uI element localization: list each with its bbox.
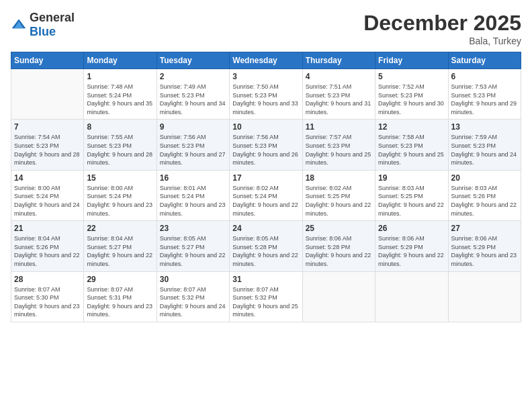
calendar-cell: 1Sunrise: 7:48 AM Sunset: 5:24 PM Daylig…	[84, 69, 157, 120]
cell-sun-info: Sunrise: 8:00 AM Sunset: 5:24 PM Dayligh…	[14, 184, 81, 218]
calendar-cell: 4Sunrise: 7:51 AM Sunset: 5:23 PM Daylig…	[302, 69, 375, 120]
calendar-week-row: 21Sunrise: 8:04 AM Sunset: 5:26 PM Dayli…	[11, 221, 521, 271]
location: Bala, Turkey	[363, 36, 521, 46]
calendar-cell: 2Sunrise: 7:49 AM Sunset: 5:23 PM Daylig…	[157, 69, 229, 120]
day-number: 13	[451, 122, 518, 132]
title-block: December 2025 Bala, Turkey	[363, 11, 521, 46]
calendar-cell: 31Sunrise: 8:07 AM Sunset: 5:32 PM Dayli…	[230, 271, 302, 322]
calendar-cell: 12Sunrise: 7:58 AM Sunset: 5:23 PM Dayli…	[375, 120, 448, 170]
day-number: 15	[87, 173, 153, 183]
cell-sun-info: Sunrise: 7:53 AM Sunset: 5:23 PM Dayligh…	[451, 83, 518, 116]
day-number: 8	[87, 122, 153, 132]
cell-sun-info: Sunrise: 8:04 AM Sunset: 5:26 PM Dayligh…	[14, 234, 81, 268]
day-number: 14	[14, 173, 81, 183]
cell-sun-info: Sunrise: 8:02 AM Sunset: 5:24 PM Dayligh…	[232, 184, 299, 218]
calendar-cell: 20Sunrise: 8:03 AM Sunset: 5:26 PM Dayli…	[448, 170, 521, 220]
day-number: 24	[232, 224, 299, 233]
day-number: 7	[14, 122, 81, 132]
calendar-table: SundayMondayTuesdayWednesdayThursdayFrid…	[11, 52, 521, 322]
day-number: 29	[87, 275, 153, 284]
calendar-header-row: SundayMondayTuesdayWednesdayThursdayFrid…	[11, 52, 521, 69]
day-number: 9	[160, 122, 226, 132]
calendar-cell	[11, 69, 84, 120]
calendar-week-row: 14Sunrise: 8:00 AM Sunset: 5:24 PM Dayli…	[11, 170, 521, 220]
cell-sun-info: Sunrise: 8:07 AM Sunset: 5:31 PM Dayligh…	[87, 285, 153, 319]
calendar-cell: 21Sunrise: 8:04 AM Sunset: 5:26 PM Dayli…	[11, 221, 84, 271]
day-number: 12	[378, 122, 445, 132]
day-number: 3	[232, 72, 299, 81]
calendar-cell: 27Sunrise: 8:06 AM Sunset: 5:29 PM Dayli…	[448, 221, 521, 271]
calendar-cell	[448, 271, 521, 322]
day-number: 4	[306, 72, 372, 81]
month-title: December 2025	[363, 11, 521, 36]
cell-sun-info: Sunrise: 8:02 AM Sunset: 5:25 PM Dayligh…	[306, 184, 372, 218]
calendar-cell: 6Sunrise: 7:53 AM Sunset: 5:23 PM Daylig…	[448, 69, 521, 120]
calendar-cell: 14Sunrise: 8:00 AM Sunset: 5:24 PM Dayli…	[11, 170, 84, 220]
calendar-cell: 11Sunrise: 7:57 AM Sunset: 5:23 PM Dayli…	[302, 120, 375, 170]
calendar-cell: 24Sunrise: 8:05 AM Sunset: 5:28 PM Dayli…	[230, 221, 302, 271]
cell-sun-info: Sunrise: 7:49 AM Sunset: 5:23 PM Dayligh…	[160, 83, 226, 116]
calendar-cell: 25Sunrise: 8:06 AM Sunset: 5:28 PM Dayli…	[302, 221, 375, 271]
calendar-cell: 16Sunrise: 8:01 AM Sunset: 5:24 PM Dayli…	[157, 170, 229, 220]
day-number: 30	[160, 275, 226, 284]
logo-text-general: General	[30, 11, 75, 24]
logo-icon	[11, 17, 27, 33]
calendar-cell	[375, 271, 448, 322]
cell-sun-info: Sunrise: 7:55 AM Sunset: 5:23 PM Dayligh…	[87, 133, 153, 167]
calendar-cell: 3Sunrise: 7:50 AM Sunset: 5:23 PM Daylig…	[230, 69, 302, 120]
page-header: General Blue December 2025 Bala, Turkey	[11, 11, 521, 46]
day-number: 20	[451, 173, 518, 183]
calendar-cell: 22Sunrise: 8:04 AM Sunset: 5:27 PM Dayli…	[84, 221, 157, 271]
calendar-cell: 8Sunrise: 7:55 AM Sunset: 5:23 PM Daylig…	[84, 120, 157, 170]
cell-sun-info: Sunrise: 7:50 AM Sunset: 5:23 PM Dayligh…	[232, 83, 299, 116]
cell-sun-info: Sunrise: 8:03 AM Sunset: 5:25 PM Dayligh…	[378, 184, 445, 218]
day-number: 31	[232, 275, 299, 284]
day-number: 2	[160, 72, 226, 81]
calendar-cell: 9Sunrise: 7:56 AM Sunset: 5:23 PM Daylig…	[157, 120, 229, 170]
page-container: General Blue December 2025 Bala, Turkey …	[0, 0, 532, 411]
cell-sun-info: Sunrise: 7:59 AM Sunset: 5:23 PM Dayligh…	[451, 133, 518, 167]
day-number: 19	[378, 173, 445, 183]
day-number: 17	[232, 173, 299, 183]
weekday-header: Monday	[84, 52, 157, 69]
calendar-cell: 7Sunrise: 7:54 AM Sunset: 5:23 PM Daylig…	[11, 120, 84, 170]
cell-sun-info: Sunrise: 7:52 AM Sunset: 5:23 PM Dayligh…	[378, 83, 445, 116]
day-number: 27	[451, 224, 518, 233]
cell-sun-info: Sunrise: 7:58 AM Sunset: 5:23 PM Dayligh…	[378, 133, 445, 167]
weekday-header: Wednesday	[230, 52, 302, 69]
day-number: 1	[87, 72, 153, 81]
weekday-header: Saturday	[448, 52, 521, 69]
calendar-cell: 26Sunrise: 8:06 AM Sunset: 5:29 PM Dayli…	[375, 221, 448, 271]
day-number: 5	[378, 72, 445, 81]
cell-sun-info: Sunrise: 7:56 AM Sunset: 5:23 PM Dayligh…	[160, 133, 226, 167]
calendar-cell: 18Sunrise: 8:02 AM Sunset: 5:25 PM Dayli…	[302, 170, 375, 220]
day-number: 26	[378, 224, 445, 233]
cell-sun-info: Sunrise: 8:07 AM Sunset: 5:30 PM Dayligh…	[14, 285, 81, 319]
cell-sun-info: Sunrise: 7:51 AM Sunset: 5:23 PM Dayligh…	[306, 83, 372, 116]
calendar-cell: 17Sunrise: 8:02 AM Sunset: 5:24 PM Dayli…	[230, 170, 302, 220]
cell-sun-info: Sunrise: 7:54 AM Sunset: 5:23 PM Dayligh…	[14, 133, 81, 167]
weekday-header: Sunday	[11, 52, 84, 69]
day-number: 16	[160, 173, 226, 183]
day-number: 21	[14, 224, 81, 233]
logo: General Blue	[11, 11, 75, 39]
calendar-cell: 10Sunrise: 7:56 AM Sunset: 5:23 PM Dayli…	[230, 120, 302, 170]
cell-sun-info: Sunrise: 8:06 AM Sunset: 5:28 PM Dayligh…	[306, 234, 372, 268]
cell-sun-info: Sunrise: 8:06 AM Sunset: 5:29 PM Dayligh…	[378, 234, 445, 268]
calendar-week-row: 1Sunrise: 7:48 AM Sunset: 5:24 PM Daylig…	[11, 69, 521, 120]
day-number: 18	[306, 173, 372, 183]
weekday-header: Friday	[375, 52, 448, 69]
calendar-week-row: 28Sunrise: 8:07 AM Sunset: 5:30 PM Dayli…	[11, 271, 521, 322]
calendar-cell: 23Sunrise: 8:05 AM Sunset: 5:27 PM Dayli…	[157, 221, 229, 271]
calendar-cell: 29Sunrise: 8:07 AM Sunset: 5:31 PM Dayli…	[84, 271, 157, 322]
cell-sun-info: Sunrise: 8:07 AM Sunset: 5:32 PM Dayligh…	[232, 285, 299, 319]
cell-sun-info: Sunrise: 8:00 AM Sunset: 5:24 PM Dayligh…	[87, 184, 153, 218]
cell-sun-info: Sunrise: 8:04 AM Sunset: 5:27 PM Dayligh…	[87, 234, 153, 268]
calendar-cell: 15Sunrise: 8:00 AM Sunset: 5:24 PM Dayli…	[84, 170, 157, 220]
day-number: 25	[306, 224, 372, 233]
day-number: 6	[451, 72, 518, 81]
calendar-cell: 19Sunrise: 8:03 AM Sunset: 5:25 PM Dayli…	[375, 170, 448, 220]
day-number: 23	[160, 224, 226, 233]
cell-sun-info: Sunrise: 7:48 AM Sunset: 5:24 PM Dayligh…	[87, 83, 153, 116]
calendar-week-row: 7Sunrise: 7:54 AM Sunset: 5:23 PM Daylig…	[11, 120, 521, 170]
